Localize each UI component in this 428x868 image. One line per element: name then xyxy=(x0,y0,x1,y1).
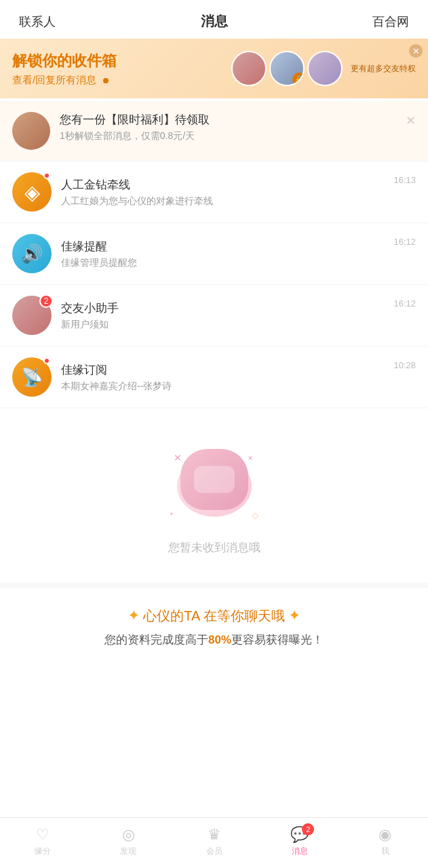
banner-text: 解锁你的收件箱 查看/回复所有消息 xyxy=(12,51,231,87)
page-title: 消息 xyxy=(201,12,228,31)
nav-item-vip[interactable]: ♛ 会员 xyxy=(171,823,256,860)
banner-avatar-3 xyxy=(307,51,343,86)
contacts-link[interactable]: 联系人 xyxy=(19,14,56,30)
deco-x1: ✕ xyxy=(174,452,182,463)
banner-title: 解锁你的收件箱 xyxy=(12,51,231,71)
promo-content: 您有一份【限时福利】待领取 1秒解锁全部消息，仅需0.8元/天 xyxy=(60,112,396,142)
yuanfen-icon: ♡ xyxy=(36,826,50,844)
reminder-message-time: 16:12 xyxy=(393,237,416,247)
avatar-face-3 xyxy=(309,52,341,85)
message-list: ◈ 人工金钻牵线 人工红娘为您与心仪的对象进行牵线 16:13 🔊 佳缘提醒 佳… xyxy=(0,161,428,408)
empty-text: 您暂未收到消息哦 xyxy=(168,540,260,555)
messages-nav-badge: 2 xyxy=(302,823,314,835)
bottom-navigation: ♡ 缘分 ◎ 发现 ♛ 会员 💬 2 消息 ◉ 我 xyxy=(0,817,428,868)
reminder-message-body: 佳缘提醒 佳缘管理员提醒您 xyxy=(61,239,384,269)
reminder-avatar: 🔊 xyxy=(12,234,52,273)
cta-title: ✦ 心仪的TA 在等你聊天哦 ✦ xyxy=(16,607,412,625)
nav-item-messages[interactable]: 💬 2 消息 xyxy=(257,823,343,860)
assistant-message-preview: 新用户须知 xyxy=(61,319,384,331)
lock-icon: 🔒 xyxy=(292,73,305,86)
message-item-diamond[interactable]: ◈ 人工金钻牵线 人工红娘为您与心仪的对象进行牵线 16:13 xyxy=(0,161,428,223)
diamond-icon: ◈ xyxy=(24,180,40,204)
banner-avatar-2: 🔒 xyxy=(269,51,305,86)
vip-label: 会员 xyxy=(206,846,222,857)
banner-close-button[interactable]: ✕ xyxy=(409,44,423,58)
avatar-face-1 xyxy=(233,52,265,85)
messages-icon: 💬 2 xyxy=(290,826,309,844)
me-icon: ◉ xyxy=(378,826,391,844)
banner-avatar-1 xyxy=(231,51,267,86)
deco-dot: ● xyxy=(170,511,174,517)
vip-icon: ♛ xyxy=(208,826,221,844)
diamond-message-name: 人工金钻牵线 xyxy=(61,177,384,193)
yuanfen-label: 缘分 xyxy=(35,846,51,857)
subscription-message-preview: 本期女神嘉宾介绍--张梦诗 xyxy=(61,380,384,393)
assistant-avatar-wrap: 2 xyxy=(12,296,52,335)
discover-label: 发现 xyxy=(120,846,136,857)
subscription-message-time: 10:28 xyxy=(393,360,416,370)
wifi-icon: 📡 xyxy=(21,367,43,388)
assistant-message-name: 交友小助手 xyxy=(61,300,384,316)
subscription-message-name: 佳缘订阅 xyxy=(61,362,384,378)
banner-more-text: 更有超多交友特权 xyxy=(351,63,416,75)
assistant-message-time: 16:12 xyxy=(393,298,416,309)
subscription-message-body: 佳缘订阅 本期女神嘉宾介绍--张梦诗 xyxy=(61,362,384,393)
unread-dot-badge xyxy=(43,172,50,179)
banner-dot-decoration xyxy=(103,78,109,83)
unlock-banner[interactable]: 解锁你的收件箱 查看/回复所有消息 🔒 更有超多交友特权 ✕ xyxy=(0,39,428,98)
nav-item-yuanfen[interactable]: ♡ 缘分 xyxy=(0,823,85,860)
messages-label: 消息 xyxy=(292,846,308,857)
reminder-message-name: 佳缘提醒 xyxy=(61,239,384,254)
cta-star-left: ✦ xyxy=(128,607,140,624)
promo-subtitle: 1秒解锁全部消息，仅需0.8元/天 xyxy=(60,130,396,142)
promo-notice[interactable]: 您有一份【限时福利】待领取 1秒解锁全部消息，仅需0.8元/天 ✕ xyxy=(0,101,428,161)
nav-item-me[interactable]: ◉ 我 xyxy=(343,823,428,860)
unread-count-badge: 2 xyxy=(39,294,53,308)
reminder-avatar-wrap: 🔊 xyxy=(12,234,52,273)
promo-title: 您有一份【限时福利】待领取 xyxy=(60,112,396,127)
nav-item-discover[interactable]: ◎ 发现 xyxy=(85,823,171,860)
subscription-dot-badge xyxy=(43,357,50,364)
speaker-icon: 🔊 xyxy=(21,243,43,264)
empty-state: ✕ ✕ ◇ ● 您暂未收到消息哦 xyxy=(0,408,428,583)
deco-x2: ✕ xyxy=(248,454,253,462)
discover-icon: ◎ xyxy=(122,826,135,844)
assistant-message-body: 交友小助手 新用户须知 xyxy=(61,300,384,331)
promo-avatar xyxy=(12,112,50,150)
robot-face xyxy=(194,466,235,493)
message-item-reminder[interactable]: 🔊 佳缘提醒 佳缘管理员提醒您 16:12 xyxy=(0,223,428,285)
cta-section: ✦ 心仪的TA 在等你聊天哦 ✦ 您的资料完成度高于80%更容易获得曝光！ xyxy=(0,583,428,661)
diamond-message-preview: 人工红娘为您与心仪的对象进行牵线 xyxy=(61,195,384,208)
message-item-subscription[interactable]: 📡 佳缘订阅 本期女神嘉宾介绍--张梦诗 10:28 xyxy=(0,347,428,408)
deco-diamond: ◇ xyxy=(252,511,258,520)
diamond-avatar-wrap: ◈ xyxy=(12,172,52,212)
top-navigation: 联系人 消息 百合网 xyxy=(0,0,428,39)
banner-avatars: 🔒 更有超多交友特权 xyxy=(231,51,416,86)
cta-subtitle: 您的资料完成度高于80%更容易获得曝光！ xyxy=(16,632,412,648)
subscription-avatar-wrap: 📡 xyxy=(12,357,52,397)
me-label: 我 xyxy=(381,846,389,857)
diamond-message-body: 人工金钻牵线 人工红娘为您与心仪的对象进行牵线 xyxy=(61,177,384,208)
network-link[interactable]: 百合网 xyxy=(372,14,409,30)
promo-close-button[interactable]: ✕ xyxy=(406,113,416,128)
empty-robot-illustration xyxy=(180,449,248,510)
empty-illustration: ✕ ✕ ◇ ● xyxy=(170,449,258,524)
message-item-assistant[interactable]: 2 交友小助手 新用户须知 16:12 xyxy=(0,285,428,347)
diamond-message-time: 16:13 xyxy=(393,175,416,185)
banner-subtitle: 查看/回复所有消息 xyxy=(12,74,231,87)
cta-star-right: ✦ xyxy=(288,607,300,624)
reminder-message-preview: 佳缘管理员提醒您 xyxy=(61,257,384,269)
